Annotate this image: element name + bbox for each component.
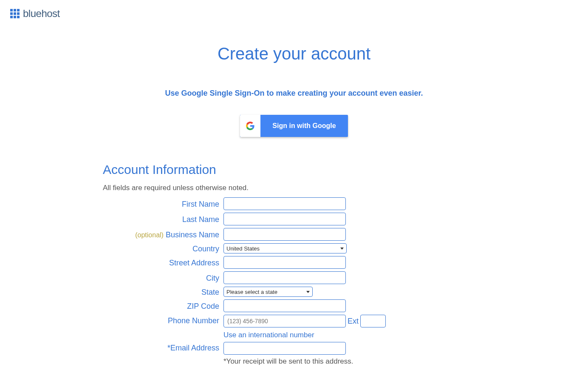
phone-number-label: Phone Number — [103, 315, 223, 325]
phone-ext-input[interactable] — [360, 315, 386, 327]
site-header: bluehost — [0, 0, 588, 27]
sso-description: Use Google Single Sign-On to make creati… — [90, 89, 498, 98]
state-select[interactable]: Please select a state — [223, 287, 313, 297]
country-label: Country — [103, 244, 223, 253]
bluehost-logo-icon — [10, 9, 20, 18]
phone-ext-label: Ext — [348, 317, 359, 326]
city-input[interactable] — [223, 271, 346, 284]
street-address-label: Street Address — [103, 258, 223, 268]
email-address-label: *Email Address — [103, 342, 223, 353]
zip-code-input[interactable] — [223, 299, 346, 312]
last-name-input[interactable] — [223, 213, 346, 225]
first-name-label: First Name — [103, 199, 223, 209]
section-heading: Account Information — [103, 162, 485, 177]
country-select[interactable]: United States — [223, 243, 347, 253]
street-address-input[interactable] — [223, 256, 346, 269]
google-icon — [240, 115, 260, 137]
city-label: City — [103, 273, 223, 283]
email-receipt-note: *Your receipt will be sent to this addre… — [223, 357, 353, 366]
business-name-input[interactable] — [223, 228, 346, 241]
required-fields-note: All fields are required unless otherwise… — [103, 184, 485, 192]
business-name-label: (optional) Business Name — [103, 230, 223, 239]
email-address-input[interactable] — [223, 342, 346, 355]
business-name-label-text: Business Name — [164, 231, 219, 239]
sign-in-with-google-button[interactable]: Sign in with Google — [240, 115, 348, 137]
page-title: Create your account — [90, 44, 498, 63]
optional-tag: (optional) — [135, 231, 164, 239]
zip-code-label: ZIP Code — [103, 301, 223, 311]
use-international-number-link[interactable]: Use an international number — [223, 331, 314, 339]
account-information-section: Account Information All fields are requi… — [90, 162, 498, 366]
phone-number-input[interactable] — [223, 315, 346, 327]
bluehost-brand-text: bluehost — [23, 8, 60, 20]
last-name-label: Last Name — [103, 214, 223, 224]
google-button-label: Sign in with Google — [260, 115, 348, 137]
state-label: State — [103, 287, 223, 297]
first-name-input[interactable] — [223, 197, 346, 210]
